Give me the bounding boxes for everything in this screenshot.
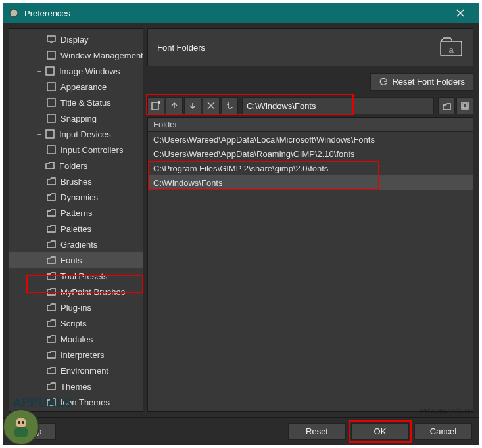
tree-item-mypaint-brushes[interactable]: MyPaint Brushes bbox=[9, 284, 143, 300]
tree-item-appearance[interactable]: Appearance bbox=[9, 79, 143, 95]
tree-item-dynamics[interactable]: Dynamics bbox=[9, 189, 143, 205]
expander-icon[interactable]: − bbox=[36, 67, 43, 75]
title-icon bbox=[46, 97, 57, 108]
content-title: Font Folders bbox=[157, 43, 205, 53]
svg-rect-2 bbox=[47, 51, 55, 59]
controller-icon bbox=[46, 145, 57, 155]
new-folder-button[interactable] bbox=[147, 97, 164, 114]
tree-item-gradients[interactable]: Gradients bbox=[9, 236, 143, 252]
delete-folder-button[interactable] bbox=[203, 97, 220, 114]
svg-point-17 bbox=[18, 421, 20, 424]
reset-row: Reset Font Folders bbox=[147, 66, 473, 96]
svg-point-15 bbox=[16, 418, 26, 428]
tree-item-themes[interactable]: Themes bbox=[9, 378, 143, 394]
watermark-text: www.appuals.com bbox=[420, 406, 478, 414]
svg-point-18 bbox=[22, 421, 24, 424]
tree-item-title-status[interactable]: Title & Status bbox=[9, 95, 143, 110]
display-icon bbox=[46, 34, 57, 45]
appuals-avatar-icon bbox=[3, 409, 39, 445]
tree-item-label: Snapping bbox=[60, 114, 97, 123]
cancel-button[interactable]: Cancel bbox=[414, 423, 472, 440]
tree-item-label: Plug-ins bbox=[60, 303, 91, 313]
folder-icon bbox=[46, 255, 57, 265]
tree-item-label: Display bbox=[60, 35, 89, 45]
snap-icon bbox=[46, 113, 57, 123]
reset-font-folders-label: Reset Font Folders bbox=[392, 77, 465, 87]
tree-item-image-windows[interactable]: −Image Windows bbox=[9, 63, 143, 79]
validate-button[interactable] bbox=[221, 97, 238, 114]
tree-item-plug-ins[interactable]: Plug-ins bbox=[9, 300, 143, 315]
font-folder-header-icon: a bbox=[439, 35, 464, 60]
tree-item-snapping[interactable]: Snapping bbox=[9, 110, 143, 126]
svg-text:a: a bbox=[448, 45, 454, 55]
reset-font-folders-button[interactable]: Reset Font Folders bbox=[370, 73, 473, 91]
folder-icon bbox=[46, 223, 57, 234]
folder-path-input[interactable] bbox=[242, 97, 434, 114]
app-icon bbox=[9, 8, 19, 18]
folder-icon bbox=[46, 176, 57, 187]
tree-item-input-devices[interactable]: −Input Devices bbox=[9, 126, 143, 142]
tree-item-patterns[interactable]: Patterns bbox=[9, 205, 143, 221]
folder-row[interactable]: C:\Users\Wareed\AppData\Roaming\GIMP\2.1… bbox=[148, 146, 473, 161]
folder-icon bbox=[46, 271, 57, 281]
close-button[interactable] bbox=[447, 3, 473, 23]
expander-icon[interactable]: − bbox=[36, 162, 43, 169]
titlebar[interactable]: Preferences bbox=[3, 3, 479, 23]
tree-item-label: Brushes bbox=[60, 177, 92, 187]
svg-point-0 bbox=[10, 9, 18, 17]
folder-icon bbox=[45, 160, 55, 171]
folder-list[interactable]: Folder C:\Users\Wareed\AppData\Local\Mic… bbox=[147, 117, 473, 412]
tree-item-label: Input Devices bbox=[59, 129, 111, 139]
dialog-footer: Help Reset OK Cancel bbox=[3, 417, 479, 445]
folder-column-header[interactable]: Folder bbox=[148, 118, 473, 132]
folder-row[interactable]: C:\Program Files\GIMP 2\share\gimp\2.0\f… bbox=[148, 161, 473, 175]
tree-item-label: Image Windows bbox=[59, 66, 120, 76]
tree-item-label: Modules bbox=[60, 334, 93, 344]
tree-item-folders[interactable]: −Folders bbox=[9, 158, 143, 173]
move-up-button[interactable] bbox=[166, 97, 183, 114]
svg-rect-14 bbox=[463, 104, 467, 108]
ok-button[interactable]: OK bbox=[351, 423, 409, 440]
tree-item-label: Window Management bbox=[60, 51, 143, 60]
svg-rect-7 bbox=[46, 130, 54, 138]
folder-icon bbox=[46, 334, 57, 344]
tree-item-label: Palettes bbox=[60, 224, 91, 234]
content-pane: Font Folders a Reset Font Folders bbox=[147, 28, 473, 412]
folder-icon bbox=[46, 208, 57, 218]
tree-item-environment[interactable]: Environment bbox=[9, 363, 143, 378]
folder-icon bbox=[46, 365, 57, 376]
svg-rect-16 bbox=[14, 427, 28, 437]
tree-item-scripts[interactable]: Scripts bbox=[9, 315, 143, 331]
svg-rect-8 bbox=[47, 146, 55, 154]
tree-item-label: Scripts bbox=[60, 319, 87, 328]
svg-rect-11 bbox=[152, 102, 158, 110]
folder-row[interactable]: C:\Windows\Fonts bbox=[148, 175, 473, 190]
window-icon bbox=[46, 50, 57, 60]
file-manager-button[interactable] bbox=[456, 97, 473, 114]
svg-rect-4 bbox=[47, 83, 55, 91]
tree-item-label: Interpreters bbox=[60, 350, 104, 360]
category-tree[interactable]: DisplayWindow Management−Image WindowsAp… bbox=[9, 28, 143, 412]
browse-button[interactable] bbox=[438, 97, 455, 114]
tree-item-palettes[interactable]: Palettes bbox=[9, 221, 143, 236]
tree-item-interpreters[interactable]: Interpreters bbox=[9, 347, 143, 363]
move-down-button[interactable] bbox=[184, 97, 201, 114]
folder-row[interactable]: C:\Users\Wareed\AppData\Local\Microsoft\… bbox=[148, 132, 473, 146]
body: DisplayWindow Management−Image WindowsAp… bbox=[3, 23, 479, 417]
tree-item-display[interactable]: Display bbox=[9, 32, 143, 47]
folder-icon bbox=[46, 286, 57, 297]
tree-item-fonts[interactable]: Fonts bbox=[9, 252, 143, 268]
tree-item-tool-presets[interactable]: Tool Presets bbox=[9, 268, 143, 284]
tree-item-label: MyPaint Brushes bbox=[60, 287, 125, 297]
tree-item-label: Folders bbox=[59, 161, 87, 171]
tree-item-brushes[interactable]: Brushes bbox=[9, 173, 143, 189]
tree-item-label: Dynamics bbox=[60, 192, 98, 202]
tree-item-input-controllers[interactable]: Input Controllers bbox=[9, 142, 143, 158]
tree-item-window-management[interactable]: Window Management bbox=[9, 47, 143, 63]
folder-icon bbox=[46, 381, 57, 392]
tree-item-modules[interactable]: Modules bbox=[9, 331, 143, 347]
expander-icon[interactable]: − bbox=[36, 130, 43, 138]
reset-button[interactable]: Reset bbox=[288, 423, 346, 440]
folder-icon bbox=[46, 239, 57, 250]
tree-item-label: Title & Status bbox=[60, 98, 111, 108]
